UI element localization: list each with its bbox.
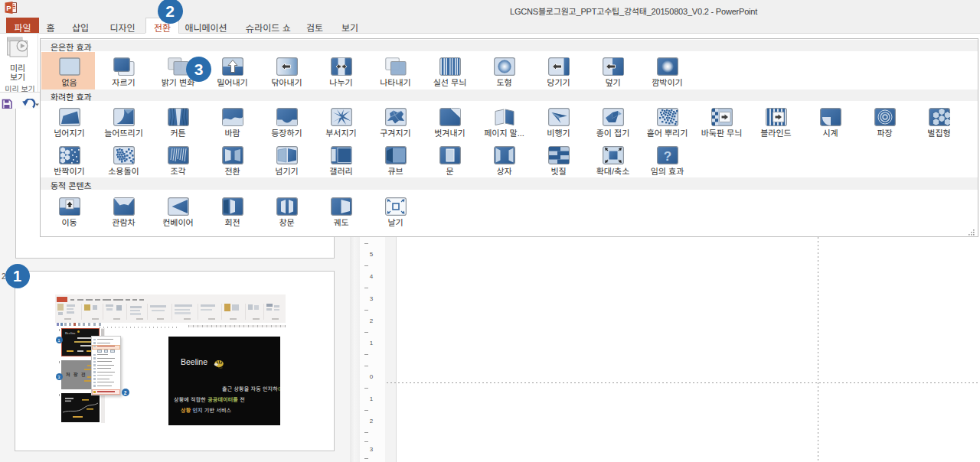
svg-text:P: P [6,4,11,12]
svg-text:?: ? [663,149,671,164]
